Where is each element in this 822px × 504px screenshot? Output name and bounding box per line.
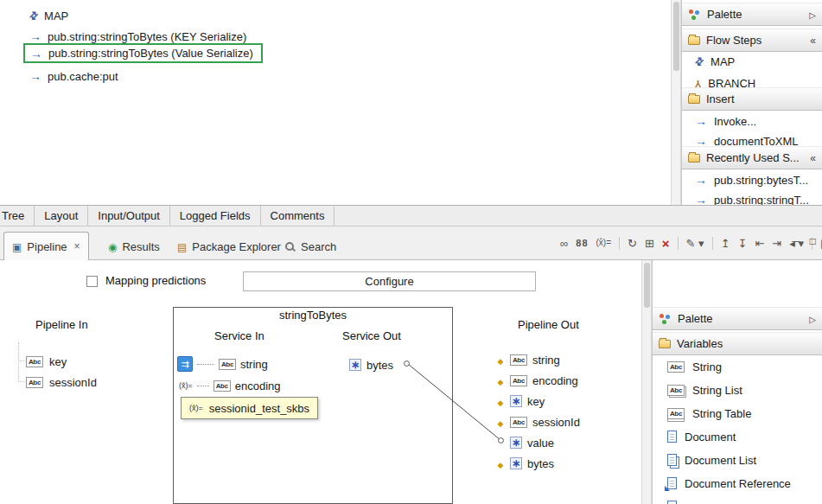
pipeline-scrollbar[interactable] (641, 260, 652, 504)
pipeline-out-field-key[interactable]: key (496, 392, 545, 410)
palette-header[interactable]: Palette (682, 3, 822, 26)
field-label: string (532, 354, 560, 367)
collapse-icon[interactable] (810, 34, 816, 47)
mapping-predictions-checkbox[interactable] (86, 276, 98, 287)
package-explorer-icon (177, 240, 187, 253)
palette-section-recently-used[interactable]: Recently Used S... (682, 146, 822, 169)
flow-step-label: pub.string:stringToBytes (Value Serializ… (48, 47, 253, 60)
link-icon[interactable]: ∞ (560, 238, 568, 249)
palette-item-document-reference[interactable]: Document Reference (653, 473, 822, 494)
pipeline-out-field-value[interactable]: value (496, 434, 554, 451)
tab-layout[interactable]: Layout (35, 206, 88, 226)
scrollbar-thumb[interactable] (644, 263, 650, 308)
tab-tree[interactable]: Tree (0, 206, 35, 226)
wire-node-bytes-out[interactable] (404, 360, 410, 367)
string-list-icon (667, 385, 685, 396)
shift-down-icon[interactable]: ↧ (738, 238, 748, 249)
configure-button[interactable]: Configure (243, 271, 536, 291)
set-value-tooltip: sessionid_test_skbs (181, 397, 318, 419)
invoke-icon (30, 48, 42, 60)
field-label: bytes (527, 457, 554, 470)
string-field-icon (510, 375, 527, 386)
document-list-icon (667, 454, 677, 466)
section-label: Recently Used S... (706, 151, 800, 164)
section-label: Insert (706, 93, 735, 105)
maximize-icon[interactable]: □ (810, 235, 816, 247)
tab-input-output[interactable]: Input/Output (88, 206, 170, 226)
palette-section-insert[interactable]: Insert (682, 87, 822, 111)
bytes-field-icon (349, 359, 361, 371)
edit-menu-icon[interactable]: ✎ ▾ (686, 238, 704, 249)
flow-step-stringtobytes-value-selected[interactable]: pub.string:stringToBytes (Value Serializ… (23, 43, 263, 63)
pipeline-out-field-encoding[interactable]: encoding (496, 372, 578, 389)
palette-item-string-list[interactable]: String List (653, 380, 822, 400)
flow-step-map[interactable]: MAP (29, 7, 68, 24)
palette-item-stringtobytes[interactable]: pub.string:stringT... (682, 190, 822, 205)
palette-header[interactable]: Palette (653, 307, 822, 330)
branch-icon (695, 79, 701, 88)
refresh-icon[interactable]: ↻ (628, 238, 637, 249)
link-dotted-line (197, 386, 209, 386)
expand-icon[interactable] (809, 8, 816, 21)
palette-item-document[interactable]: Document (653, 426, 822, 447)
palette-item-string[interactable]: String (653, 356, 822, 377)
wire-node-value[interactable] (498, 437, 504, 443)
palette-item-string-table[interactable]: String Table (653, 403, 822, 424)
flow-step-stringtobytes-key[interactable]: pub.string:stringToBytes (KEY Serialize) (29, 28, 246, 45)
palette-item-bytestostring[interactable]: pub.string:bytesT... (682, 170, 822, 189)
set-value-icon[interactable]: (x̂)= (596, 239, 612, 247)
service-out-field-bytes[interactable]: bytes (349, 356, 393, 373)
shift-left-icon[interactable]: ⇤ (755, 238, 764, 249)
string-icon (667, 361, 685, 373)
shift-right-icon[interactable]: ⇥ (772, 238, 781, 249)
view-tab-pipeline[interactable]: Pipeline × (3, 232, 89, 260)
tree-line (18, 360, 24, 361)
pipeline-toolbar: ∞ 88 (x̂)= ↻ ⊞ × ✎ ▾ ↥ ↧ ⇤ ⇥ ◂ ▾ ▦ ⋮ (560, 233, 822, 253)
delete-icon[interactable]: × (662, 237, 670, 250)
pipeline-out-field-string[interactable]: string (496, 351, 560, 368)
palette-section-flow-steps[interactable]: Flow Steps (682, 29, 822, 52)
collapse-icon[interactable] (810, 151, 816, 164)
tab-comments[interactable]: Comments (261, 206, 335, 226)
service-in-field-string[interactable]: string (177, 355, 268, 373)
field-label: sessionId (532, 416, 580, 429)
view-tab-results[interactable]: Results (100, 233, 168, 260)
tab-logged-fields[interactable]: Logged Fields (170, 206, 261, 226)
link-dotted-line (197, 364, 214, 365)
palette-item-map[interactable]: MAP (682, 52, 822, 71)
toolbar-separator (678, 237, 679, 250)
minimize-icon[interactable]: ─ (792, 235, 800, 247)
pipeline-in-field-sessionid[interactable]: sessionId (26, 373, 97, 391)
view-tab-package-explorer[interactable]: Package Explorer (169, 233, 289, 260)
palette-item-label: Document (685, 431, 736, 443)
toolbar-separator (712, 237, 713, 250)
palette-item-clipped[interactable] (653, 496, 822, 504)
shift-up-icon[interactable]: ↥ (721, 238, 730, 249)
map-step-icon (692, 54, 706, 68)
view-tab-search[interactable]: Search (277, 233, 344, 260)
expand-icon[interactable] (809, 312, 816, 325)
set-value-icon[interactable] (179, 381, 193, 390)
service-in-field-encoding[interactable]: encoding (179, 377, 281, 394)
palette-item-label: Invoke... (714, 115, 756, 128)
flow-step-cache-put[interactable]: pub.cache:put (29, 67, 118, 85)
palette-item-document-list[interactable]: Document List (653, 450, 822, 470)
palette-item-invoke[interactable]: Invoke... (682, 112, 822, 131)
find-links-icon[interactable]: 88 (576, 239, 588, 248)
pipeline-out-field-sessionid[interactable]: sessionId (496, 413, 580, 431)
palette-item-label: pub.string:stringT... (714, 194, 809, 206)
bytes-field-icon (510, 395, 522, 407)
folder-icon (659, 340, 671, 348)
editor-scrollbar[interactable] (671, 0, 681, 205)
scrollbar-thumb[interactable] (673, 2, 679, 71)
palette-section-variables[interactable]: Variables (653, 332, 822, 355)
pipeline-in-field-key[interactable]: key (26, 353, 67, 370)
map-link-icon[interactable] (177, 356, 193, 372)
field-label: string (240, 358, 268, 371)
palette-item-label: String Table (692, 407, 751, 420)
view-tab-label: Package Explorer (192, 240, 281, 253)
close-icon[interactable]: × (74, 240, 80, 252)
pipeline-out-field-bytes[interactable]: bytes (496, 455, 554, 472)
map-grid-icon[interactable]: ⊞ (645, 238, 654, 249)
link-diamond-icon (496, 417, 505, 428)
